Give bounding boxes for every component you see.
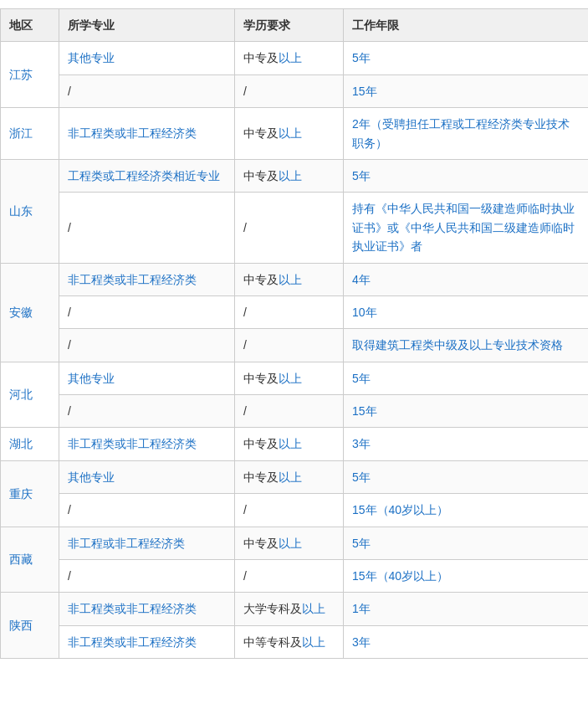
work-cell[interactable]: 15年 xyxy=(344,395,589,428)
edu-cell: / xyxy=(235,560,344,593)
work-cell[interactable]: 1年 xyxy=(344,593,589,625)
header-work: 工作年限 xyxy=(344,9,589,42)
edu-cell[interactable]: 中等专科及以上 xyxy=(235,625,344,658)
major-cell[interactable]: 其他专业 xyxy=(59,42,235,74)
major-cell[interactable]: 其他专业 xyxy=(59,460,235,493)
table-row: 浙江非工程类或非工程经济类中专及以上2年（受聘担任工程或工程经济类专业技术职务） xyxy=(1,108,589,160)
major-cell[interactable]: 非工程类或非工程经济类 xyxy=(59,593,235,625)
table-row: //15年 xyxy=(1,74,589,107)
table-row: 西藏非工程或非工程经济类中专及以上5年 xyxy=(1,527,589,559)
table-row: 安徽非工程类或非工程经济类中专及以上4年 xyxy=(1,263,589,295)
work-cell[interactable]: 取得建筑工程类中级及以上专业技术资格 xyxy=(344,329,589,362)
work-cell[interactable]: 5年 xyxy=(344,527,589,559)
table-body: 江苏其他专业中专及以上5年//15年浙江非工程类或非工程经济类中专及以上2年（受… xyxy=(1,42,589,659)
edu-cell[interactable]: 中专及以上 xyxy=(235,527,344,559)
work-cell[interactable]: 5年 xyxy=(344,460,589,493)
work-cell[interactable]: 5年 xyxy=(344,42,589,74)
major-cell[interactable]: 非工程类或非工程经济类 xyxy=(59,263,235,295)
requirements-table: 地区 所学专业 学历要求 工作年限 江苏其他专业中专及以上5年//15年浙江非工… xyxy=(0,8,588,659)
header-region: 地区 xyxy=(1,9,59,42)
major-cell: / xyxy=(59,193,235,263)
major-cell[interactable]: 其他专业 xyxy=(59,362,235,394)
work-cell[interactable]: 10年 xyxy=(344,295,589,328)
table-row: //15年（40岁以上） xyxy=(1,494,589,527)
edu-cell: / xyxy=(235,295,344,328)
table-row: 江苏其他专业中专及以上5年 xyxy=(1,42,589,74)
region-cell: 江苏 xyxy=(1,42,59,108)
table-row: 湖北非工程类或非工程经济类中专及以上3年 xyxy=(1,428,589,460)
major-cell[interactable]: 非工程类或非工程经济类 xyxy=(59,625,235,658)
edu-cell[interactable]: 中专及以上 xyxy=(235,362,344,394)
major-cell: / xyxy=(59,494,235,527)
work-cell[interactable]: 2年（受聘担任工程或工程经济类专业技术职务） xyxy=(344,108,589,160)
work-cell[interactable]: 3年 xyxy=(344,625,589,658)
major-cell: / xyxy=(59,74,235,107)
edu-cell[interactable]: 大学专科及以上 xyxy=(235,593,344,625)
table-row: //持有《中华人民共和国一级建造师临时执业证书》或《中华人民共和国二级建造师临时… xyxy=(1,193,589,263)
table-row: //取得建筑工程类中级及以上专业技术资格 xyxy=(1,329,589,362)
region-cell: 山东 xyxy=(1,159,59,263)
major-cell: / xyxy=(59,395,235,428)
edu-cell[interactable]: 中专及以上 xyxy=(235,263,344,295)
region-cell: 西藏 xyxy=(1,527,59,593)
major-cell[interactable]: 非工程类或非工程经济类 xyxy=(59,108,235,160)
header-edu: 学历要求 xyxy=(235,9,344,42)
table-row: 山东工程类或工程经济类相近专业中专及以上5年 xyxy=(1,159,589,192)
major-cell[interactable]: 非工程类或非工程经济类 xyxy=(59,428,235,460)
region-cell: 安徽 xyxy=(1,263,59,362)
major-cell[interactable]: 工程类或工程经济类相近专业 xyxy=(59,159,235,192)
table-row: //15年 xyxy=(1,395,589,428)
major-cell: / xyxy=(59,329,235,362)
region-cell: 陕西 xyxy=(1,593,59,659)
major-cell[interactable]: 非工程或非工程经济类 xyxy=(59,527,235,559)
major-cell: / xyxy=(59,295,235,328)
work-cell[interactable]: 3年 xyxy=(344,428,589,460)
table-row: //15年（40岁以上） xyxy=(1,560,589,593)
work-cell[interactable]: 持有《中华人民共和国一级建造师临时执业证书》或《中华人民共和国二级建造师临时执业… xyxy=(344,193,589,263)
table-row: 非工程类或非工程经济类中等专科及以上3年 xyxy=(1,625,589,658)
edu-cell[interactable]: 中专及以上 xyxy=(235,108,344,160)
header-major: 所学专业 xyxy=(59,9,235,42)
work-cell[interactable]: 15年（40岁以上） xyxy=(344,560,589,593)
region-cell: 浙江 xyxy=(1,108,59,160)
main-container: 地区 所学专业 学历要求 工作年限 江苏其他专业中专及以上5年//15年浙江非工… xyxy=(0,0,588,667)
edu-cell: / xyxy=(235,329,344,362)
region-cell: 重庆 xyxy=(1,460,59,527)
edu-cell: / xyxy=(235,193,344,263)
table-row: //10年 xyxy=(1,295,589,328)
work-cell[interactable]: 5年 xyxy=(344,159,589,192)
work-cell[interactable]: 15年（40岁以上） xyxy=(344,494,589,527)
edu-cell[interactable]: 中专及以上 xyxy=(235,42,344,74)
work-cell[interactable]: 15年 xyxy=(344,74,589,107)
work-cell[interactable]: 5年 xyxy=(344,362,589,394)
edu-cell: / xyxy=(235,74,344,107)
edu-cell[interactable]: 中专及以上 xyxy=(235,159,344,192)
region-cell: 河北 xyxy=(1,362,59,428)
edu-cell: / xyxy=(235,395,344,428)
header-row: 地区 所学专业 学历要求 工作年限 xyxy=(1,9,589,42)
table-row: 河北其他专业中专及以上5年 xyxy=(1,362,589,394)
edu-cell: / xyxy=(235,494,344,527)
edu-cell[interactable]: 中专及以上 xyxy=(235,460,344,493)
region-cell: 湖北 xyxy=(1,428,59,460)
table-row: 重庆其他专业中专及以上5年 xyxy=(1,460,589,493)
table-row: 陕西非工程类或非工程经济类大学专科及以上1年 xyxy=(1,593,589,625)
major-cell: / xyxy=(59,560,235,593)
work-cell[interactable]: 4年 xyxy=(344,263,589,295)
edu-cell[interactable]: 中专及以上 xyxy=(235,428,344,460)
